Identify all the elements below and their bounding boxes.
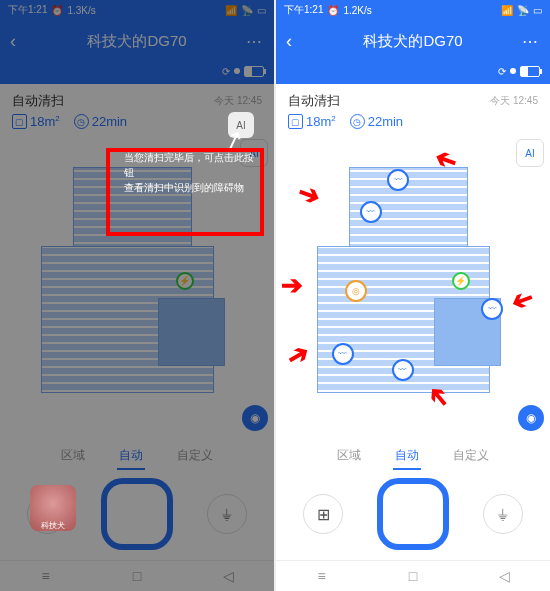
system-navbar: ≡ □ ◁ bbox=[276, 560, 550, 591]
obstacle-marker[interactable]: 〰 bbox=[360, 201, 382, 223]
device-status-strip: ⟳ bbox=[0, 62, 274, 84]
camera-button[interactable]: ◉ bbox=[242, 405, 268, 431]
more-button[interactable]: ⋯ bbox=[244, 32, 264, 51]
tab-zone[interactable]: 区域 bbox=[335, 443, 363, 470]
mode-tabs: 区域 自动 自定义 bbox=[276, 437, 550, 472]
tab-custom[interactable]: 自定义 bbox=[451, 443, 491, 470]
tooltip-text-2: 查看清扫中识别到的障碍物 bbox=[124, 180, 254, 195]
cleaning-mode-label: 自动清扫 bbox=[12, 92, 64, 110]
cleaning-timestamp: 今天 12:45 bbox=[490, 94, 538, 108]
area-icon: ▢ bbox=[288, 114, 303, 129]
status-bar: 下午1:21 ⏰ 1.3K/s 📶 📡 ▭ bbox=[0, 0, 274, 20]
annotation-arrow-icon: ➔ bbox=[281, 270, 303, 301]
duration-value: 22 bbox=[92, 114, 106, 129]
status-time: 下午1:21 bbox=[8, 3, 47, 17]
charge-dock-icon: ⚡ bbox=[452, 272, 470, 290]
wifi-icon: 📡 bbox=[517, 5, 529, 16]
wifi-icon: 📡 bbox=[241, 5, 253, 16]
app-header: ‹ 科技犬的DG70 ⋯ bbox=[0, 20, 274, 62]
device-status-strip: ⟳ bbox=[276, 62, 550, 84]
onboarding-tooltip: AI ↗ 当您清扫完毕后，可点击此按钮 查看清扫中识别到的障碍物 bbox=[124, 150, 254, 195]
tab-auto[interactable]: 自动 bbox=[117, 443, 145, 470]
net-speed: 1.2K/s bbox=[343, 5, 371, 16]
cleaning-map[interactable]: ⚡ 〰 〰 ◎ 〰 〰 〰 AI ◉ ➔ ➔ ➔ ➔ ➔ ➔ bbox=[276, 133, 550, 437]
duration-unit: min bbox=[382, 114, 403, 129]
phone-left: 下午1:21 ⏰ 1.3K/s 📶 📡 ▭ ‹ 科技犬的DG70 ⋯ ⟳ 自动清… bbox=[0, 0, 274, 591]
battery-icon: ▭ bbox=[257, 5, 266, 16]
back-button[interactable]: ‹ bbox=[286, 31, 306, 52]
tab-custom[interactable]: 自定义 bbox=[175, 443, 215, 470]
obstacle-marker[interactable]: 〰 bbox=[332, 343, 354, 365]
area-stat: ▢ 18m2 bbox=[12, 114, 60, 129]
alarm-icon: ⏰ bbox=[51, 5, 63, 16]
nav-back-icon[interactable]: ◁ bbox=[219, 567, 237, 585]
control-bar: ⊞ ⏚ bbox=[276, 472, 550, 560]
nav-menu-icon[interactable]: ≡ bbox=[313, 567, 331, 585]
duration-unit: min bbox=[106, 114, 127, 129]
cleaning-info: 自动清扫 今天 12:45 ▢ 18m2 ◷ 22min bbox=[276, 84, 550, 133]
camera-button[interactable]: ◉ bbox=[518, 405, 544, 431]
clock-icon: ◷ bbox=[350, 114, 365, 129]
tab-zone[interactable]: 区域 bbox=[59, 443, 87, 470]
status-dot bbox=[510, 68, 516, 74]
charge-dock-icon: ⚡ bbox=[176, 272, 194, 290]
area-unit: m2 bbox=[320, 114, 335, 129]
obstacle-marker[interactable]: 〰 bbox=[392, 359, 414, 381]
nav-home-icon[interactable]: □ bbox=[128, 567, 146, 585]
more-button[interactable]: ⋯ bbox=[520, 32, 540, 51]
ai-obstacle-button[interactable]: AI bbox=[516, 139, 544, 167]
app-header: ‹ 科技犬的DG70 ⋯ bbox=[276, 20, 550, 62]
return-dock-button[interactable]: ⏚ bbox=[483, 494, 523, 534]
clock-icon: ◷ bbox=[74, 114, 89, 129]
nav-back-icon[interactable]: ◁ bbox=[495, 567, 513, 585]
page-title: 科技犬的DG70 bbox=[363, 32, 462, 51]
status-dot bbox=[234, 68, 240, 74]
signal-icon: 📶 bbox=[501, 5, 513, 16]
phone-right: 下午1:21 ⏰ 1.2K/s 📶 📡 ▭ ‹ 科技犬的DG70 ⋯ ⟳ 自动清… bbox=[276, 0, 550, 591]
sync-icon: ⟳ bbox=[498, 66, 506, 77]
page-title: 科技犬的DG70 bbox=[87, 32, 186, 51]
nav-home-icon[interactable]: □ bbox=[404, 567, 422, 585]
status-bar: 下午1:21 ⏰ 1.2K/s 📶 📡 ▭ bbox=[276, 0, 550, 20]
alarm-icon: ⏰ bbox=[327, 5, 339, 16]
system-navbar: ≡ □ ◁ bbox=[0, 560, 274, 591]
area-icon: ▢ bbox=[12, 114, 27, 129]
watermark-logo: 科技犬 bbox=[30, 485, 76, 531]
start-clean-button[interactable] bbox=[101, 478, 173, 550]
device-battery-icon bbox=[244, 66, 264, 77]
device-battery-icon bbox=[520, 66, 540, 77]
return-dock-button[interactable]: ⏚ bbox=[207, 494, 247, 534]
cleaning-mode-label: 自动清扫 bbox=[288, 92, 340, 110]
nav-menu-icon[interactable]: ≡ bbox=[37, 567, 55, 585]
signal-icon: 📶 bbox=[225, 5, 237, 16]
area-value: 18 bbox=[30, 114, 44, 129]
status-time: 下午1:21 bbox=[284, 3, 323, 17]
virtual-wall-button[interactable]: ⊞ bbox=[303, 494, 343, 534]
area-unit: m2 bbox=[44, 114, 59, 129]
battery-icon: ▭ bbox=[533, 5, 542, 16]
net-speed: 1.3K/s bbox=[67, 5, 95, 16]
tab-auto[interactable]: 自动 bbox=[393, 443, 421, 470]
duration-stat: ◷ 22min bbox=[74, 114, 127, 129]
back-button[interactable]: ‹ bbox=[10, 31, 30, 52]
mode-tabs: 区域 自动 自定义 bbox=[0, 437, 274, 472]
duration-stat: ◷ 22min bbox=[350, 114, 403, 129]
duration-value: 22 bbox=[368, 114, 382, 129]
sync-icon: ⟳ bbox=[222, 66, 230, 77]
cleaning-timestamp: 今天 12:45 bbox=[214, 94, 262, 108]
area-stat: ▢ 18m2 bbox=[288, 114, 336, 129]
area-value: 18 bbox=[306, 114, 320, 129]
start-clean-button[interactable] bbox=[377, 478, 449, 550]
obstacle-marker[interactable]: ◎ bbox=[345, 280, 367, 302]
